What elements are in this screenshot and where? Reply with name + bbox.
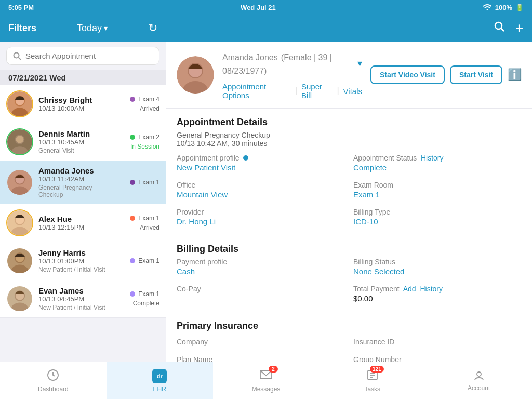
patient-item[interactable]: Alex Hue 10/13 12:15PM Exam 1 Arrived — [0, 204, 166, 242]
status-text: In Session — [130, 143, 159, 150]
nav-ehr[interactable]: dr EHR — [107, 362, 213, 399]
patient-time: 10/13 10:00AM — [38, 104, 125, 112]
nav-messages[interactable]: 2 Messages — [213, 362, 320, 399]
nav-tasks-label: Tasks — [364, 385, 380, 393]
search-button[interactable] — [494, 21, 505, 35]
search-bar-container — [0, 42, 166, 70]
appointment-profile-value[interactable]: New Patient Visit — [177, 163, 235, 172]
tasks-badge-container: 121 — [366, 369, 379, 383]
avatar — [6, 169, 33, 196]
company-label: Company — [177, 338, 345, 346]
patient-name: Dennis Martin — [38, 129, 125, 138]
patient-note: New Patient / Initial Visit — [38, 266, 125, 273]
patient-name: Jenny Harris — [38, 248, 125, 257]
billing-type-label: Billing Type — [353, 208, 522, 216]
provider-item: Provider Dr. Hong Li — [177, 208, 345, 227]
patient-item[interactable]: Chrissy Bright 10/13 10:00AM Exam 4 Arri… — [0, 85, 166, 123]
exam-room-label: Exam Room — [353, 181, 522, 189]
billing-status-value[interactable]: None Selected — [353, 267, 404, 276]
copay-item: Co-Pay — [177, 285, 345, 303]
svg-line-1 — [501, 29, 504, 32]
bottom-nav: Dashboard dr EHR 2 Messages 121 Tasks — [0, 362, 532, 399]
filters-button[interactable]: Filters — [8, 23, 36, 34]
right-panel: Amanda Jones (Female | 39 | 08/23/1977) … — [166, 42, 532, 362]
patient-header: Amanda Jones (Female | 39 | 08/23/1977) … — [166, 42, 532, 109]
add-link[interactable]: Add — [403, 285, 416, 293]
avatar — [6, 90, 33, 117]
start-visit-button[interactable]: Start Visit — [450, 65, 502, 84]
patient-item[interactable]: Dennis Martin 10/13 10:45AM General Visi… — [0, 123, 166, 161]
office-item: Office Mountain View — [177, 181, 345, 200]
appointment-profile-label: Appointment profile — [177, 154, 345, 162]
today-button[interactable]: Today ▾ — [77, 23, 108, 34]
appointment-options-link[interactable]: Appointment Options — [222, 82, 291, 100]
avatar — [6, 247, 33, 274]
messages-badge: 2 — [269, 366, 278, 373]
provider-value[interactable]: Dr. Hong Li — [177, 217, 216, 226]
left-panel: 07/21/2021 Wed Chrissy Bright 10/ — [0, 42, 166, 362]
appointment-details-title: Appointment Details — [177, 117, 522, 128]
status-dot — [130, 97, 135, 102]
patient-right: Exam 4 Arrived — [130, 96, 159, 112]
nav-account[interactable]: Account — [425, 362, 532, 399]
patient-right: Exam 1 Arrived — [130, 215, 159, 231]
provider-label: Provider — [177, 208, 345, 216]
status-dot — [130, 291, 135, 297]
total-payment-label: Total Payment Add History — [353, 285, 522, 293]
search-input[interactable] — [25, 51, 153, 60]
svg-point-12 — [16, 136, 24, 143]
exam-badge: Exam 1 — [138, 179, 159, 186]
exam-badge: Exam 4 — [138, 96, 159, 103]
billing-type-value[interactable]: ICD-10 — [353, 217, 378, 226]
battery-status: 100% — [495, 4, 512, 11]
patient-right: Exam 2 In Session — [130, 134, 159, 150]
search-input-wrap[interactable] — [6, 47, 159, 65]
nav-messages-label: Messages — [252, 385, 281, 393]
appointment-status-value: Complete — [353, 163, 387, 172]
history-link-billing[interactable]: History — [420, 285, 443, 293]
super-bill-link[interactable]: Super Bill — [301, 82, 332, 100]
start-video-visit-button[interactable]: Start Video Visit — [370, 65, 445, 84]
status-dot — [130, 216, 135, 221]
battery-icon: 🔋 — [515, 4, 524, 11]
office-value[interactable]: Mountain View — [177, 190, 228, 199]
main-content: 07/21/2021 Wed Chrissy Bright 10/ — [0, 42, 532, 362]
status-text: Arrived — [140, 105, 159, 112]
status-bar: 5:05 PM Wed Jul 21 100% 🔋 — [0, 0, 532, 15]
header-buttons: Start Video Visit Start Visit ℹ️ — [370, 65, 522, 84]
info-icon[interactable]: ℹ️ — [508, 68, 522, 82]
nav-dashboard[interactable]: Dashboard — [0, 362, 107, 399]
copay-label: Co-Pay — [177, 285, 345, 293]
billing-status-item: Billing Status None Selected — [353, 258, 522, 276]
chevron-down-icon[interactable]: ▾ — [357, 58, 362, 69]
patient-name: Alex Hue — [38, 215, 125, 223]
vitals-link[interactable]: Vitals — [343, 87, 362, 96]
exam-badge: Exam 2 — [138, 134, 159, 141]
group-number-label: Group Number — [353, 355, 522, 362]
patient-note: General Visit — [38, 147, 125, 154]
office-label: Office — [177, 181, 345, 189]
patient-info: Evan James 10/13 04:45PM New Patient / I… — [38, 286, 125, 311]
date-header: 07/21/2021 Wed — [0, 70, 166, 85]
patient-item[interactable]: Amanda Jones 10/13 11:42AM General Pregn… — [0, 161, 166, 204]
exam-room-value[interactable]: Exam 1 — [353, 190, 380, 199]
search-icon — [13, 52, 21, 60]
company-item: Company — [177, 338, 345, 347]
messages-badge-container: 2 — [259, 369, 273, 383]
total-amount: $0.00 — [353, 294, 373, 303]
patient-item[interactable]: Jenny Harris 10/13 01:00PM New Patient /… — [0, 242, 166, 280]
nav-tasks[interactable]: 121 Tasks — [319, 362, 425, 399]
insurance-id-label: Insurance ID — [353, 338, 522, 346]
history-link[interactable]: History — [421, 154, 444, 162]
payment-profile-value[interactable]: Cash — [177, 267, 195, 276]
plan-name-label: Plan Name — [177, 355, 345, 362]
status-dot — [130, 258, 135, 263]
add-button[interactable]: + — [515, 20, 524, 36]
patient-item[interactable]: Evan James 10/13 04:45PM New Patient / I… — [0, 280, 166, 318]
status-dot — [130, 135, 135, 140]
appointment-details-section: Appointment Details General Pregnancy Ch… — [166, 109, 532, 235]
nav-account-label: Account — [468, 384, 490, 392]
refresh-button[interactable]: ↻ — [148, 21, 157, 35]
patient-info: Alex Hue 10/13 12:15PM — [38, 215, 125, 231]
insurance-detail-grid: Company Insurance ID Plan Name Group Num… — [177, 338, 522, 362]
